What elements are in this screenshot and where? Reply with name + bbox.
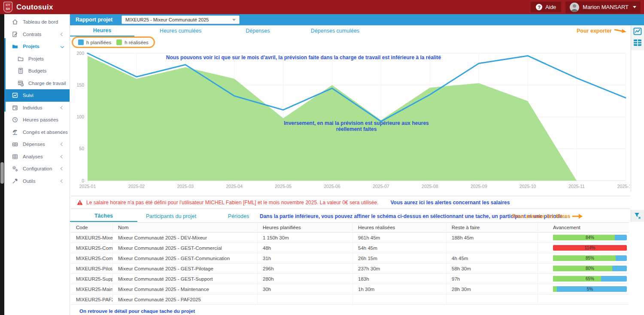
realized-area [88,56,626,181]
sidebar-item-outils[interactable]: Outils [4,175,70,188]
svg-text:2025-11: 2025-11 [568,184,585,189]
progress-label: 5% [553,286,627,292]
cell-avancement: 84% [538,233,629,243]
sidebar-item-projets[interactable]: Projets [4,53,70,65]
svg-text:2025-08: 2025-08 [422,184,438,189]
progress-bar: 65% [553,276,627,282]
sidebar-item-conges-et-absences[interactable]: Congés et absences [4,126,70,139]
progress-bar: 114% [553,245,627,251]
home-icon [12,18,18,25]
logo-line-1: CT [4,3,12,7]
alert-text: Le salaire horaire n'a pas été défini po… [86,200,379,206]
tab-depenses[interactable]: Dépenses [227,25,289,36]
tab-participants[interactable]: Participants du projet [137,211,205,222]
export-table-button[interactable] [633,38,642,47]
export-chart-button[interactable] [633,27,642,36]
chevron-left-icon [61,179,64,182]
cell-reste-a-faire: 97h [447,274,538,284]
sidebar-item-label: Individus [23,105,42,110]
legend-label: h réalisées [125,40,149,45]
column-header-nom[interactable]: Nom [113,222,258,233]
cell-avancement: 114% [538,243,629,253]
table-row[interactable]: MIXEUR25-Support Mixeur Communauté 2025 … [71,274,629,284]
salary-alert: Le salaire horaire n'a pas été défini po… [71,196,630,209]
column-header-reste-a-faire[interactable]: Reste à faire [447,222,538,233]
cell-nom: Mixeur Communauté 2025 - GEST-Support [113,274,258,284]
column-header-avancement[interactable]: Avancement [538,222,629,233]
progress-label: 114% [553,245,627,251]
cell-avancement [538,294,629,305]
tab-heures-cumulees[interactable]: Heures cumulées [134,25,227,36]
sidebar-item-tableau-de-bord[interactable]: Tableau de bord [4,16,70,28]
svg-text:2025-09: 2025-09 [471,184,487,189]
cell-code: MIXEUR25-PAF25 [71,294,113,305]
cell-reste-a-faire [447,294,538,305]
sidebar-item-heures-passees[interactable]: Heures passées [4,114,70,126]
sidebar-item-configuration[interactable]: Configuration [4,163,70,175]
alert-note: Vous aurez ici les alertes concernant le… [391,200,510,206]
cell-nom: Mixeur Communauté 2025 - PAF2025 [113,294,258,305]
table-row[interactable]: MIXEUR25-Com Mixeur Communauté 2025 - GE… [71,253,629,264]
sidebar-item-label: Tableau de bord [23,19,58,24]
tab-taches[interactable]: Tâches [70,211,137,222]
legend-swatch-blue [78,39,84,45]
cell-nom: Mixeur Communauté 2025 - GEST-Pilotage [113,264,258,274]
contract-icon [12,31,18,38]
column-header-code[interactable]: Code [71,222,113,233]
legend-item-realisees[interactable]: h réalisées [116,39,149,45]
cancel-filters-hint: Pour annuler les filtres [512,213,583,219]
tab-heures[interactable]: Heures [70,25,134,36]
legend-label: h planifiées [86,40,111,45]
column-header-heures-planifiees[interactable]: Heures planifiées [258,222,353,233]
cell-avancement: 5% [538,284,629,294]
legend-item-planifiees[interactable]: h planifiées [78,39,111,45]
sidebar-item-contrats[interactable]: Contrats [4,28,70,41]
progress-bar: 80% [553,266,627,271]
svg-text:150: 150 [76,82,84,88]
sidebar-item-label: Heures passées [23,117,58,122]
cell-avancement: 85% [538,253,629,264]
left-scrollbar-track[interactable] [0,14,4,315]
table-row[interactable]: MIXEUR25-PAF25 Mixeur Communauté 2025 - … [71,294,629,305]
cell-code: MIXEUR25-Mixeur [71,233,113,243]
logo-line-2: SX [4,7,12,11]
sidebar-item-individus[interactable]: Individus [4,102,70,114]
top-bar: CT SX Coutosuix ? Aide Marion MANSART [0,0,644,14]
table-row[interactable]: MIXEUR25-Commercia Mixeur Communauté 202… [71,243,629,253]
gears-icon [12,165,18,172]
export-buttons [631,25,644,50]
svg-text:0: 0 [82,178,84,183]
help-button[interactable]: ? Aide [531,2,561,12]
table-body: MIXEUR25-Mixeur Mixeur Communauté 2025 -… [71,233,629,305]
table-row[interactable]: MIXEUR25-Maint Mixeur Communauté 2025 - … [71,284,629,294]
sidebar-item-budgets[interactable]: Budgets [4,65,70,77]
help-icon: ? [536,4,542,10]
clear-filters-button[interactable] [633,211,642,221]
svg-text:50: 50 [79,146,84,151]
money-icon [12,141,18,148]
sidebar-item-charge-de-travail[interactable]: Charge de travail [4,77,70,90]
table-row[interactable]: MIXEUR25-Mixeur Mixeur Communauté 2025 -… [71,233,629,243]
table-row[interactable]: MIXEUR25-Pilotage Mixeur Communauté 2025… [71,264,629,274]
user-menu[interactable]: Marion MANSART [565,1,641,13]
chart-right-rail [631,25,644,191]
progress-bar: 85% [553,255,627,261]
cell-heures-realisees: 1h 30m [353,284,447,294]
project-select[interactable]: MIXEUR25 - Mixeur Communauté 2025 [122,15,240,24]
sidebar-item-depenses[interactable]: Dépenses [4,138,70,151]
sidebar-item-analyses[interactable]: Analyses [4,151,70,163]
cell-nom: Mixeur Communauté 2025 - GEST-Communicat… [113,253,258,264]
clock-icon [12,116,18,123]
user-name: Marion MANSART [583,4,629,10]
cancel-filters-label: Pour annuler les filtres [512,213,570,219]
sidebar-item-projets-group[interactable]: Projets [4,40,70,53]
chevron-down-icon [61,45,64,48]
sidebar: Tableau de bord Contrats Projets Projets… [4,14,70,315]
column-header-heures-realisees[interactable]: Heures réalisées [353,222,447,233]
progress-label: 80% [553,266,627,271]
cell-avancement: 65% [538,274,629,284]
svg-text:100: 100 [76,114,84,119]
tab-depenses-cumulees[interactable]: Dépenses cumulées [289,25,381,36]
sidebar-item-suivi[interactable]: Suivi [4,89,70,102]
left-scrollbar-thumb[interactable] [0,162,4,184]
